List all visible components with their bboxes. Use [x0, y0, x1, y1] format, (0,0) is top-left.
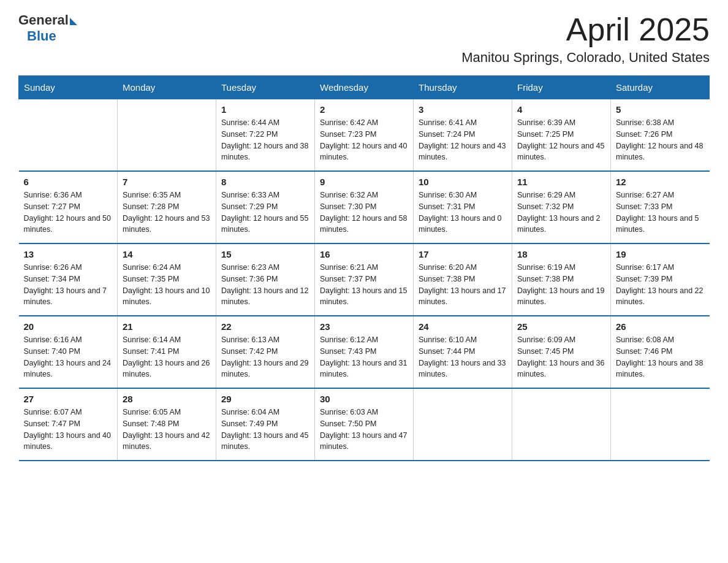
day-info: Sunrise: 6:05 AMSunset: 7:48 PMDaylight:…: [123, 407, 211, 453]
calendar-header-cell: Tuesday: [216, 76, 315, 99]
day-info: Sunrise: 6:30 AMSunset: 7:31 PMDaylight:…: [419, 190, 507, 236]
day-info: Sunrise: 6:23 AMSunset: 7:36 PMDaylight:…: [221, 262, 309, 308]
day-number: 15: [221, 249, 309, 259]
calendar-day-cell: 2Sunrise: 6:42 AMSunset: 7:23 PMDaylight…: [315, 99, 414, 172]
day-number: 30: [320, 394, 408, 404]
calendar-day-cell: 27Sunrise: 6:07 AMSunset: 7:47 PMDayligh…: [19, 388, 118, 461]
calendar-header-row: SundayMondayTuesdayWednesdayThursdayFrid…: [19, 76, 710, 99]
day-number: 28: [123, 394, 211, 404]
day-number: 13: [24, 249, 113, 259]
day-info: Sunrise: 6:26 AMSunset: 7:34 PMDaylight:…: [24, 262, 113, 308]
day-number: 22: [221, 321, 309, 332]
title-section: April 2025 Manitou Springs, Colorado, Un…: [461, 12, 710, 66]
calendar-day-cell: 8Sunrise: 6:33 AMSunset: 7:29 PMDaylight…: [216, 171, 315, 243]
day-number: 2: [320, 104, 408, 115]
day-info: Sunrise: 6:35 AMSunset: 7:28 PMDaylight:…: [123, 190, 211, 236]
logo-triangle-icon: [70, 18, 77, 25]
day-info: Sunrise: 6:21 AMSunset: 7:37 PMDaylight:…: [320, 262, 408, 308]
day-number: 26: [616, 321, 705, 332]
day-number: 18: [517, 249, 605, 259]
calendar-day-cell: 1Sunrise: 6:44 AMSunset: 7:22 PMDaylight…: [216, 99, 315, 172]
calendar-header-cell: Saturday: [611, 76, 710, 99]
day-info: Sunrise: 6:27 AMSunset: 7:33 PMDaylight:…: [616, 190, 705, 236]
day-number: 16: [320, 249, 408, 259]
day-info: Sunrise: 6:10 AMSunset: 7:44 PMDaylight:…: [419, 334, 507, 380]
location-title: Manitou Springs, Colorado, United States: [461, 50, 710, 66]
day-number: 6: [24, 177, 113, 187]
calendar-day-cell: 16Sunrise: 6:21 AMSunset: 7:37 PMDayligh…: [315, 243, 414, 316]
calendar-day-cell: 14Sunrise: 6:24 AMSunset: 7:35 PMDayligh…: [118, 243, 216, 316]
calendar-day-cell: [512, 388, 611, 461]
day-number: 3: [419, 104, 507, 115]
day-number: 20: [24, 321, 113, 332]
page-header: General Blue April 2025 Manitou Springs,…: [18, 12, 710, 66]
calendar-header-cell: Wednesday: [315, 76, 414, 99]
calendar-day-cell: 12Sunrise: 6:27 AMSunset: 7:33 PMDayligh…: [611, 171, 710, 243]
calendar-day-cell: 17Sunrise: 6:20 AMSunset: 7:38 PMDayligh…: [414, 243, 512, 316]
day-info: Sunrise: 6:24 AMSunset: 7:35 PMDaylight:…: [123, 262, 211, 308]
day-info: Sunrise: 6:13 AMSunset: 7:42 PMDaylight:…: [221, 334, 309, 380]
day-number: 8: [221, 177, 309, 187]
calendar-header-cell: Friday: [512, 76, 611, 99]
calendar-day-cell: [19, 99, 118, 172]
logo: General Blue: [18, 12, 77, 44]
day-info: Sunrise: 6:14 AMSunset: 7:41 PMDaylight:…: [123, 334, 211, 380]
calendar-day-cell: 22Sunrise: 6:13 AMSunset: 7:42 PMDayligh…: [216, 316, 315, 388]
day-number: 5: [616, 104, 705, 115]
month-title: April 2025: [461, 12, 710, 47]
calendar-day-cell: 28Sunrise: 6:05 AMSunset: 7:48 PMDayligh…: [118, 388, 216, 461]
day-number: 23: [320, 321, 408, 332]
day-number: 27: [24, 394, 113, 404]
calendar-week-row: 6Sunrise: 6:36 AMSunset: 7:27 PMDaylight…: [19, 171, 710, 243]
day-number: 24: [419, 321, 507, 332]
day-info: Sunrise: 6:29 AMSunset: 7:32 PMDaylight:…: [517, 190, 605, 236]
calendar-day-cell: 23Sunrise: 6:12 AMSunset: 7:43 PMDayligh…: [315, 316, 414, 388]
calendar-day-cell: 15Sunrise: 6:23 AMSunset: 7:36 PMDayligh…: [216, 243, 315, 316]
day-info: Sunrise: 6:32 AMSunset: 7:30 PMDaylight:…: [320, 190, 408, 236]
calendar-day-cell: 25Sunrise: 6:09 AMSunset: 7:45 PMDayligh…: [512, 316, 611, 388]
day-number: 17: [419, 249, 507, 259]
day-info: Sunrise: 6:42 AMSunset: 7:23 PMDaylight:…: [320, 117, 408, 163]
calendar-header-cell: Monday: [118, 76, 216, 99]
calendar-day-cell: 26Sunrise: 6:08 AMSunset: 7:46 PMDayligh…: [611, 316, 710, 388]
calendar-day-cell: 4Sunrise: 6:39 AMSunset: 7:25 PMDaylight…: [512, 99, 611, 172]
day-info: Sunrise: 6:33 AMSunset: 7:29 PMDaylight:…: [221, 190, 309, 236]
calendar-day-cell: 11Sunrise: 6:29 AMSunset: 7:32 PMDayligh…: [512, 171, 611, 243]
calendar-week-row: 20Sunrise: 6:16 AMSunset: 7:40 PMDayligh…: [19, 316, 710, 388]
logo-general-text: General: [18, 12, 69, 28]
day-number: 11: [517, 177, 605, 187]
calendar-table: SundayMondayTuesdayWednesdayThursdayFrid…: [18, 75, 710, 461]
calendar-day-cell: [118, 99, 216, 172]
calendar-week-row: 1Sunrise: 6:44 AMSunset: 7:22 PMDaylight…: [19, 99, 710, 172]
calendar-day-cell: 24Sunrise: 6:10 AMSunset: 7:44 PMDayligh…: [414, 316, 512, 388]
day-info: Sunrise: 6:04 AMSunset: 7:49 PMDaylight:…: [221, 407, 309, 453]
calendar-day-cell: 18Sunrise: 6:19 AMSunset: 7:38 PMDayligh…: [512, 243, 611, 316]
calendar-day-cell: 6Sunrise: 6:36 AMSunset: 7:27 PMDaylight…: [19, 171, 118, 243]
day-number: 12: [616, 177, 705, 187]
day-info: Sunrise: 6:44 AMSunset: 7:22 PMDaylight:…: [221, 117, 309, 163]
day-number: 21: [123, 321, 211, 332]
calendar-day-cell: 3Sunrise: 6:41 AMSunset: 7:24 PMDaylight…: [414, 99, 512, 172]
day-info: Sunrise: 6:16 AMSunset: 7:40 PMDaylight:…: [24, 334, 113, 380]
day-info: Sunrise: 6:38 AMSunset: 7:26 PMDaylight:…: [616, 117, 705, 163]
calendar-day-cell: 13Sunrise: 6:26 AMSunset: 7:34 PMDayligh…: [19, 243, 118, 316]
calendar-day-cell: 5Sunrise: 6:38 AMSunset: 7:26 PMDaylight…: [611, 99, 710, 172]
day-number: 1: [221, 104, 309, 115]
day-number: 25: [517, 321, 605, 332]
day-info: Sunrise: 6:36 AMSunset: 7:27 PMDaylight:…: [24, 190, 113, 236]
calendar-day-cell: 20Sunrise: 6:16 AMSunset: 7:40 PMDayligh…: [19, 316, 118, 388]
day-info: Sunrise: 6:20 AMSunset: 7:38 PMDaylight:…: [419, 262, 507, 308]
calendar-week-row: 13Sunrise: 6:26 AMSunset: 7:34 PMDayligh…: [19, 243, 710, 316]
calendar-day-cell: 30Sunrise: 6:03 AMSunset: 7:50 PMDayligh…: [315, 388, 414, 461]
calendar-header-cell: Sunday: [19, 76, 118, 99]
calendar-day-cell: 21Sunrise: 6:14 AMSunset: 7:41 PMDayligh…: [118, 316, 216, 388]
day-number: 7: [123, 177, 211, 187]
day-info: Sunrise: 6:41 AMSunset: 7:24 PMDaylight:…: [419, 117, 507, 163]
day-info: Sunrise: 6:03 AMSunset: 7:50 PMDaylight:…: [320, 407, 408, 453]
calendar-day-cell: [611, 388, 710, 461]
logo-blue-text: Blue: [27, 28, 56, 44]
calendar-day-cell: 10Sunrise: 6:30 AMSunset: 7:31 PMDayligh…: [414, 171, 512, 243]
calendar-day-cell: 7Sunrise: 6:35 AMSunset: 7:28 PMDaylight…: [118, 171, 216, 243]
day-info: Sunrise: 6:17 AMSunset: 7:39 PMDaylight:…: [616, 262, 705, 308]
calendar-day-cell: 19Sunrise: 6:17 AMSunset: 7:39 PMDayligh…: [611, 243, 710, 316]
